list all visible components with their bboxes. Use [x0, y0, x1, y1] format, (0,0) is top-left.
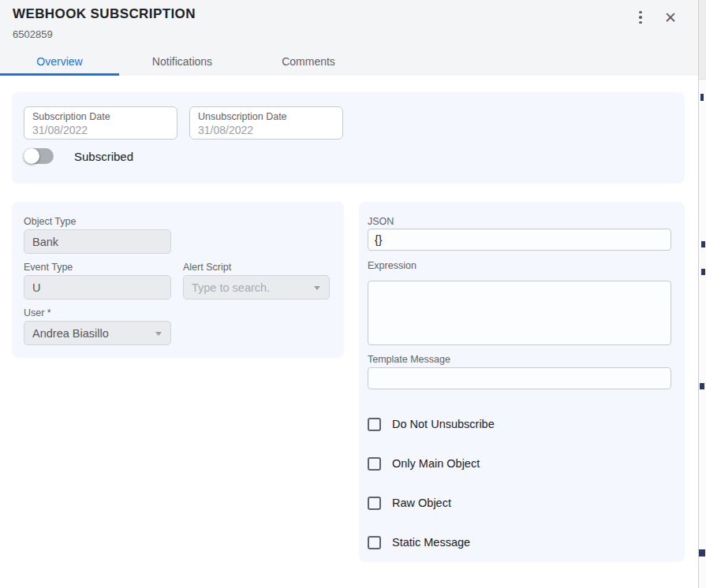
toggle-knob [24, 148, 39, 164]
checkbox-label: Only Main Object [392, 457, 480, 470]
background-text-fragment [700, 383, 704, 389]
chevron-down-icon [155, 332, 162, 336]
chevron-down-icon [314, 286, 320, 290]
checkbox-icon [368, 497, 381, 510]
event-type-value: U [32, 281, 40, 294]
object-type-label: Object Type [24, 216, 76, 227]
checkbox-do-not-unsubscribe[interactable]: Do Not Unsubscribe [368, 416, 495, 432]
event-type-label: Event Type [24, 262, 73, 273]
checkbox-static-message[interactable]: Static Message [368, 534, 470, 550]
checkbox-only-main-object[interactable]: Only Main Object [368, 456, 480, 471]
close-icon[interactable]: ✕ [659, 6, 682, 28]
active-tab-indicator [0, 73, 119, 76]
json-label: JSON [368, 216, 394, 227]
tab-comments[interactable]: Comments [245, 49, 372, 73]
subscription-date-value: 31/08/2022 [32, 124, 169, 137]
checkbox-label: Static Message [392, 536, 470, 549]
record-id: 6502859 [13, 28, 53, 40]
json-input[interactable] [368, 229, 671, 251]
subscribed-toggle-label: Subscribed [74, 150, 133, 163]
unsubscription-date-label: Unsubscription Date [198, 110, 334, 124]
user-label: User * [24, 307, 51, 318]
tab-overview[interactable]: Overview [0, 49, 119, 73]
object-type-value: Bank [32, 236, 58, 248]
expression-label: Expression [368, 260, 417, 271]
user-dropdown[interactable]: Andrea Biasillo [24, 321, 171, 345]
checkbox-icon [368, 457, 381, 471]
background-text-fragment [701, 241, 705, 247]
object-type-field: Bank [24, 229, 171, 254]
alert-script-dropdown[interactable]: Type to search. [183, 275, 330, 300]
subscription-date-field[interactable]: Subscription Date 31/08/2022 [24, 106, 177, 140]
checkbox-raw-object[interactable]: Raw Object [368, 495, 451, 511]
subscription-date-label: Subscription Date [32, 110, 169, 124]
background-text-fragment [700, 94, 704, 101]
message-settings-panel: JSON Expression Template Message Do Not … [359, 202, 685, 562]
checkbox-icon [368, 418, 381, 431]
alert-script-label: Alert Script [183, 262, 231, 273]
background-text-fragment [701, 269, 705, 275]
unsubscription-date-value: 31/08/2022 [198, 124, 334, 137]
subscription-section: Subscription Date 31/08/2022 Unsubscript… [12, 92, 685, 184]
template-message-label: Template Message [368, 354, 450, 365]
tab-bar: Overview Notifications Comments [0, 49, 698, 76]
dialog-header: WEBHOOK SUBSCRIPTION 6502859 ✕ Overview … [0, 0, 698, 76]
background-text-fragment [699, 549, 705, 556]
alert-script-placeholder: Type to search. [192, 281, 270, 294]
background-page-header-edge [699, 0, 706, 80]
subscribed-toggle[interactable] [24, 148, 54, 164]
checkbox-label: Do Not Unsubscribe [392, 418, 495, 430]
expression-textarea[interactable] [368, 281, 671, 345]
checkbox-icon [368, 536, 381, 549]
template-message-input[interactable] [368, 367, 671, 389]
more-options-icon[interactable] [631, 8, 650, 27]
user-value: Andrea Biasillo [32, 327, 109, 340]
event-type-field: U [24, 275, 171, 300]
background-page-edge [698, 0, 706, 588]
page-title: WEBHOOK SUBSCRIPTION [13, 6, 196, 22]
object-settings-panel: Object Type Bank Event Type U Alert Scri… [12, 202, 344, 358]
tab-notifications[interactable]: Notifications [119, 49, 245, 73]
unsubscription-date-field[interactable]: Unsubscription Date 31/08/2022 [189, 106, 343, 140]
checkbox-label: Raw Object [392, 497, 451, 509]
